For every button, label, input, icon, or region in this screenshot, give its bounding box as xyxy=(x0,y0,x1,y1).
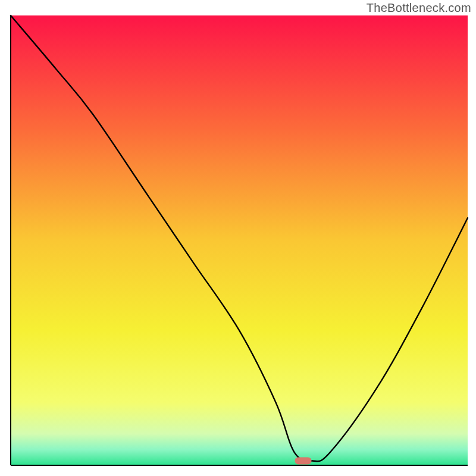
axis-bottom xyxy=(11,465,468,466)
bottleneck-chart: TheBottleneck.com xyxy=(0,0,476,476)
gradient-rect xyxy=(11,15,468,465)
chart-svg xyxy=(0,0,476,476)
axis-left xyxy=(10,15,11,465)
plot-area xyxy=(10,15,468,466)
optimal-point-marker xyxy=(295,457,312,464)
